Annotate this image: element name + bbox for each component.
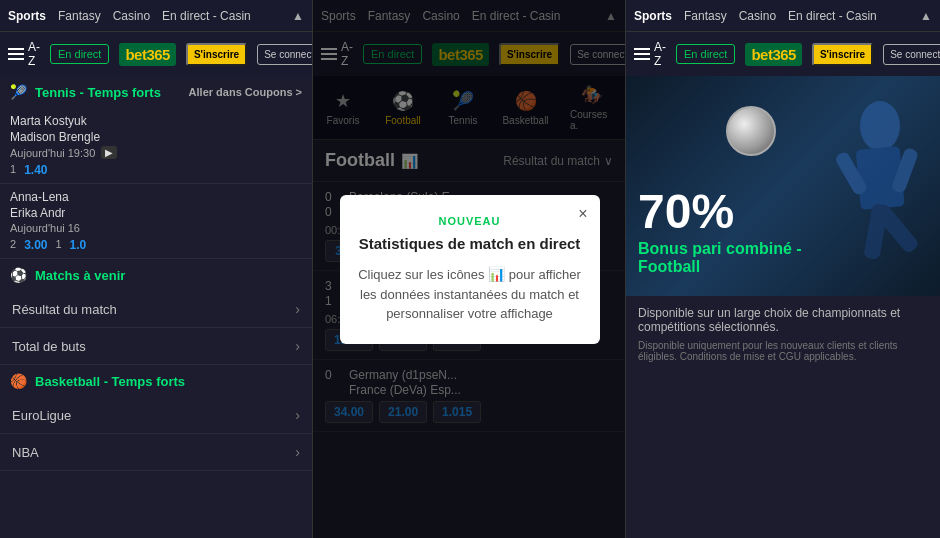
right-content: 70% Bonus pari combiné - Football Dispon… bbox=[626, 76, 940, 538]
nav-chevron-right[interactable]: ▲ bbox=[920, 9, 932, 23]
logo-number: 365 bbox=[146, 46, 170, 63]
bet365-logo: bet365 bbox=[119, 43, 176, 66]
nav-sports-right[interactable]: Sports bbox=[634, 9, 672, 23]
sub-label: Total de buts bbox=[12, 339, 86, 354]
chevron-right-icon: › bbox=[295, 444, 300, 460]
nav-fantasy[interactable]: Fantasy bbox=[58, 9, 101, 23]
modal-close-button[interactable]: × bbox=[578, 205, 587, 223]
odd-val[interactable]: 1.0 bbox=[70, 238, 87, 252]
nav-en-direct-right[interactable]: En direct - Casin bbox=[788, 9, 877, 23]
promo-title: Bonus pari combiné - Football bbox=[638, 240, 802, 276]
logo-number-right: 365 bbox=[772, 46, 796, 63]
se-connecter-button-right[interactable]: Se connecter bbox=[883, 44, 940, 65]
odd-val[interactable]: 3.00 bbox=[24, 238, 47, 252]
nav-sports[interactable]: Sports bbox=[8, 9, 46, 23]
match-item: Anna-Lena Erika Andr Aujourd'hui 16 2 3.… bbox=[0, 184, 312, 259]
tennis-title: Tennis - Temps forts bbox=[35, 85, 161, 100]
promo-title-line1: Bonus pari combiné - bbox=[638, 240, 802, 257]
sub-label: Résultat du match bbox=[12, 302, 117, 317]
upcoming-section-header: ⚽ Matchs à venir bbox=[0, 259, 312, 291]
resultat-du-match-item[interactable]: Résultat du match › bbox=[0, 291, 312, 328]
nav-casino[interactable]: Casino bbox=[113, 9, 150, 23]
en-direct-button[interactable]: En direct bbox=[50, 44, 109, 64]
nav-en-direct[interactable]: En direct - Casin bbox=[162, 9, 251, 23]
sub-label: EuroLigue bbox=[12, 408, 71, 423]
en-direct-button-right[interactable]: En direct bbox=[676, 44, 735, 64]
modal-overlay[interactable]: × NOUVEAU Statistiques de match en direc… bbox=[313, 0, 626, 538]
chevron-right-icon: › bbox=[295, 338, 300, 354]
nav-casino-right[interactable]: Casino bbox=[739, 9, 776, 23]
promo-description: Disponible sur un large choix de champio… bbox=[638, 306, 928, 334]
odd-pos: 1 bbox=[10, 163, 16, 177]
odd-pos: 2 bbox=[10, 238, 16, 252]
promo-percent: 70% bbox=[638, 188, 802, 236]
live-badge: ▶ bbox=[101, 146, 117, 159]
player1: Anna-Lena bbox=[10, 190, 302, 204]
modal-body-pre: Cliquez sur les icônes bbox=[358, 267, 484, 282]
modal-title: Statistiques de match en direct bbox=[356, 235, 584, 252]
player2: Madison Brengle bbox=[10, 130, 302, 144]
hamburger-az-right[interactable]: A-Z bbox=[634, 40, 666, 68]
modal-stats-icon: 📊 bbox=[488, 266, 505, 282]
az-label-right: A-Z bbox=[654, 40, 666, 68]
odds-row: 1 1.40 bbox=[10, 163, 302, 177]
az-label: A-Z bbox=[28, 40, 40, 68]
nba-item[interactable]: NBA › bbox=[0, 434, 312, 471]
basketball-icon: 🏀 bbox=[10, 373, 27, 389]
right-header: A-Z En direct bet365 S'inscrire Se conne… bbox=[626, 32, 940, 76]
promo-desc-area: Disponible sur un large choix de champio… bbox=[626, 296, 940, 372]
player2: Erika Andr bbox=[10, 206, 302, 220]
se-connecter-button[interactable]: Se connecter bbox=[257, 44, 313, 65]
match-time: Aujourd'hui 16 bbox=[10, 222, 302, 234]
basketball-title: Basketball - Temps forts bbox=[35, 374, 185, 389]
left-panel: Sports Fantasy Casino En direct - Casin … bbox=[0, 0, 313, 538]
s-inscrire-button-right[interactable]: S'inscrire bbox=[812, 43, 873, 66]
bet365-logo-right: bet365 bbox=[745, 43, 802, 66]
promo-fine-print: Disponible uniquement pour les nouveaux … bbox=[638, 340, 928, 362]
tennis-section-header: 🎾 Tennis - Temps forts Aller dans Coupon… bbox=[0, 76, 312, 108]
stats-modal: × NOUVEAU Statistiques de match en direc… bbox=[340, 195, 600, 344]
right-panel: Sports Fantasy Casino En direct - Casin … bbox=[626, 0, 940, 538]
chevron-right-icon: › bbox=[295, 407, 300, 423]
coupons-link[interactable]: Aller dans Coupons > bbox=[189, 86, 302, 98]
promo-text: 70% Bonus pari combiné - Football bbox=[638, 188, 802, 276]
left-top-nav: Sports Fantasy Casino En direct - Casin … bbox=[0, 0, 312, 32]
basketball-section-header: 🏀 Basketball - Temps forts bbox=[0, 365, 312, 397]
football-icon: ⚽ bbox=[10, 267, 27, 283]
middle-panel: Sports Fantasy Casino En direct - Casin … bbox=[313, 0, 626, 538]
modal-body: Cliquez sur les icônes 📊 pour afficher l… bbox=[356, 264, 584, 324]
promo-title-line2: Football bbox=[638, 258, 700, 275]
tennis-icon: 🎾 bbox=[10, 84, 27, 100]
match-players: Marta Kostyuk Madison Brengle bbox=[10, 114, 302, 144]
svg-point-0 bbox=[860, 101, 900, 151]
left-content: 🎾 Tennis - Temps forts Aller dans Coupon… bbox=[0, 76, 312, 538]
match-players: Anna-Lena Erika Andr bbox=[10, 190, 302, 220]
match-time: Aujourd'hui 19:30 ▶ bbox=[10, 146, 302, 159]
upcoming-title: Matchs à venir bbox=[35, 268, 125, 283]
s-inscrire-button[interactable]: S'inscrire bbox=[186, 43, 247, 66]
player1: Marta Kostyuk bbox=[10, 114, 302, 128]
nav-fantasy-right[interactable]: Fantasy bbox=[684, 9, 727, 23]
chevron-right-icon: › bbox=[295, 301, 300, 317]
odds-row: 2 3.00 1 1.0 bbox=[10, 238, 302, 252]
hamburger-icon[interactable] bbox=[8, 48, 24, 60]
odd-pos: 1 bbox=[55, 238, 61, 252]
promo-banner[interactable]: 70% Bonus pari combiné - Football bbox=[626, 76, 940, 296]
odd-val[interactable]: 1.40 bbox=[24, 163, 47, 177]
hamburger-az[interactable]: A-Z bbox=[8, 40, 40, 68]
modal-tag: NOUVEAU bbox=[356, 215, 584, 227]
sub-label: NBA bbox=[12, 445, 39, 460]
euroligue-item[interactable]: EuroLigue › bbox=[0, 397, 312, 434]
total-de-buts-item[interactable]: Total de buts › bbox=[0, 328, 312, 365]
match-item: Marta Kostyuk Madison Brengle Aujourd'hu… bbox=[0, 108, 312, 184]
left-header: A-Z En direct bet365 S'inscrire Se conne… bbox=[0, 32, 312, 76]
nav-chevron[interactable]: ▲ bbox=[292, 9, 304, 23]
hamburger-icon-right[interactable] bbox=[634, 48, 650, 60]
right-top-nav: Sports Fantasy Casino En direct - Casin … bbox=[626, 0, 940, 32]
